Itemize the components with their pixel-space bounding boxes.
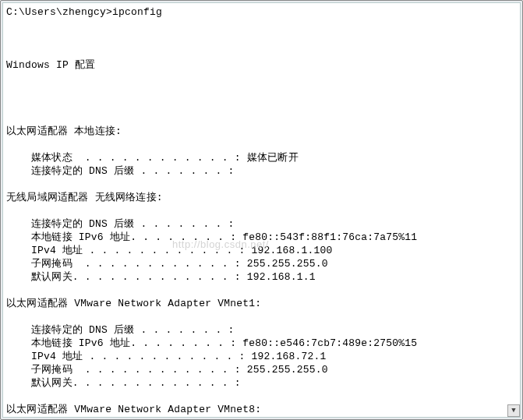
adapter-title: 以太网适配器 VMware Network Adapter VMnet8: bbox=[6, 403, 517, 416]
config-value: 192.168.1.1 bbox=[247, 271, 316, 283]
config-line: 连接特定的 DNS 后缀 . . . . . . . : bbox=[6, 217, 517, 231]
chevron-down-icon: ▼ bbox=[511, 407, 516, 415]
blank-line bbox=[6, 32, 517, 45]
config-label: 默认网关. . . . . . . . . . . . . : bbox=[6, 377, 241, 389]
config-line: 连接特定的 DNS 后缀 . . . . . . . : bbox=[6, 164, 517, 178]
config-line: 子网掩码 . . . . . . . . . . . . : 255.255.2… bbox=[6, 363, 517, 376]
config-value: 192.168.1.100 bbox=[251, 245, 332, 256]
config-value: fe80::543f:88f1:76ca:7a75%11 bbox=[242, 231, 417, 243]
blank-line bbox=[6, 284, 517, 297]
config-line: 连接特定的 DNS 后缀 . . . . . . . : bbox=[6, 323, 517, 337]
config-label: 本地链接 IPv6 地址. . . . . . . . : bbox=[6, 337, 242, 349]
config-label: 本地链接 IPv6 地址. . . . . . . . : bbox=[6, 231, 242, 243]
config-line: 默认网关. . . . . . . . . . . . . : bbox=[6, 376, 517, 390]
command-prompt-line: C:\Users\zhengcy>ipconfig bbox=[6, 5, 517, 19]
config-label: 连接特定的 DNS 后缀 . . . . . . . : bbox=[6, 218, 234, 230]
adapter-title: 无线局域网适配器 无线网络连接: bbox=[6, 191, 517, 204]
blank-line bbox=[6, 390, 517, 403]
config-value: 媒体已断开 bbox=[247, 152, 299, 164]
blank-line bbox=[6, 111, 517, 125]
blank-line bbox=[6, 138, 517, 151]
terminal-window: http://blog.csdn.net/ C:\Users\zhengcy>i… bbox=[0, 0, 523, 420]
blank-line bbox=[6, 416, 517, 418]
ip-config-title: Windows IP 配置 bbox=[6, 58, 517, 72]
config-line: IPv4 地址 . . . . . . . . . . . . : 192.16… bbox=[6, 350, 517, 363]
config-label: 子网掩码 . . . . . . . . . . . . : bbox=[6, 364, 247, 376]
config-value: 255.255.255.0 bbox=[247, 258, 328, 270]
config-label: 连接特定的 DNS 后缀 . . . . . . . : bbox=[6, 165, 234, 177]
config-line: 本地链接 IPv6 地址. . . . . . . . : fe80::543f… bbox=[6, 231, 517, 244]
blank-line bbox=[6, 204, 517, 217]
config-value: 255.255.255.0 bbox=[247, 364, 328, 376]
scroll-down-button[interactable]: ▼ bbox=[507, 404, 520, 417]
config-line: IPv4 地址 . . . . . . . . . . . . : 192.16… bbox=[6, 244, 517, 257]
config-label: IPv4 地址 . . . . . . . . . . . . : bbox=[6, 351, 251, 362]
config-value: 192.168.72.1 bbox=[251, 351, 326, 362]
terminal-output[interactable]: C:\Users\zhengcy>ipconfig Windows IP 配置 … bbox=[2, 2, 521, 418]
config-value: fe80::e546:7cb7:489e:2750%15 bbox=[242, 337, 417, 349]
config-label: 子网掩码 . . . . . . . . . . . . : bbox=[6, 258, 247, 270]
config-label: IPv4 地址 . . . . . . . . . . . . : bbox=[6, 245, 251, 256]
config-label: 默认网关. . . . . . . . . . . . . : bbox=[6, 271, 247, 283]
adapter-title: 以太网适配器 VMware Network Adapter VMnet1: bbox=[6, 297, 517, 310]
config-label: 媒体状态 . . . . . . . . . . . . : bbox=[6, 152, 247, 164]
config-line: 媒体状态 . . . . . . . . . . . . : 媒体已断开 bbox=[6, 151, 517, 164]
config-line: 子网掩码 . . . . . . . . . . . . : 255.255.2… bbox=[6, 257, 517, 270]
blank-line bbox=[6, 310, 517, 323]
blank-line bbox=[6, 178, 517, 191]
config-label: 连接特定的 DNS 后缀 . . . . . . . : bbox=[6, 324, 234, 336]
config-line: 默认网关. . . . . . . . . . . . . : 192.168.… bbox=[6, 270, 517, 284]
config-line: 本地链接 IPv6 地址. . . . . . . . : fe80::e546… bbox=[6, 337, 517, 350]
blank-line bbox=[6, 85, 517, 98]
adapter-title: 以太网适配器 本地连接: bbox=[6, 125, 517, 138]
